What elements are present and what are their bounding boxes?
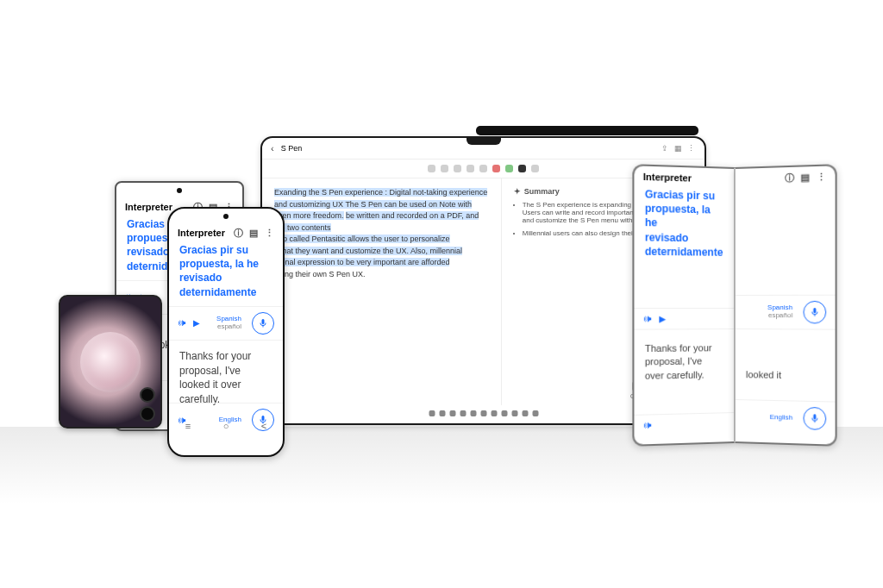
source-language-sub: español [767,312,792,320]
stylus-s-pen [476,126,698,135]
fmt-icon[interactable] [439,410,445,416]
tool-eraser-icon[interactable] [454,165,461,172]
layout-icon[interactable]: ▤ [248,228,259,238]
color-black-icon[interactable] [518,165,526,172]
app-title: Interpreter [178,228,225,238]
tool-select-icon[interactable] [467,165,474,172]
fmt-icon[interactable] [470,410,476,416]
camera-dot [223,214,229,219]
device-fold: Interpreter Gracias pir su propuesta, la… [634,167,836,443]
camera-lens-icon [140,406,155,422]
speaker-icon[interactable]: 🕪 [178,416,186,425]
more-icon[interactable]: ⋮ [816,172,826,183]
target-language[interactable]: English [219,416,241,424]
app-title: Interpreter [643,172,692,184]
speaker-icon[interactable]: 🕪 [643,314,652,323]
source-language-sub: español [216,323,241,331]
fmt-icon[interactable] [480,410,486,416]
play-icon[interactable]: ▶ [193,318,200,328]
more-icon[interactable]: ⋮ [264,228,274,238]
note-editor[interactable]: Exanding the S Pen experience : Digital … [262,178,501,405]
play-icon[interactable]: ▶ [659,314,666,323]
color-red-icon[interactable] [492,165,500,172]
source-text: Gracias pir su propuesta, la he revisado… [169,240,283,306]
note-line: s that they want and customize the UX. A… [274,247,462,255]
target-text-right: looked it [736,360,836,392]
fmt-icon[interactable] [532,410,538,416]
color-green-icon[interactable] [505,165,513,172]
fmt-icon[interactable] [491,410,497,416]
mic-button[interactable] [252,409,274,431]
fmt-icon[interactable] [511,410,517,416]
mic-button[interactable] [252,312,274,335]
more-icon[interactable]: ⋮ [687,144,696,153]
camera-lens-icon [140,387,155,403]
fmt-icon[interactable] [429,410,435,416]
flip-cameras [140,387,155,422]
tool-pen-icon[interactable] [428,165,435,172]
tablet-notch [467,136,501,145]
info-icon[interactable]: ⓘ [784,172,794,184]
device-phone-front: Interpreter ⓘ ▤ ⋮ Gracias pir su propues… [167,207,285,457]
speaker-icon[interactable]: 🕪 [178,318,186,328]
mic-button[interactable] [803,301,826,324]
target-text: Thanks for your proposal, I'veover caref… [634,333,734,391]
info-icon[interactable]: ⓘ [233,228,243,238]
sparkle-icon: ✦ [514,187,521,196]
back-icon[interactable]: ‹ [271,143,274,153]
tool-more-icon[interactable] [531,165,539,172]
device-flip [59,295,162,428]
mic-button[interactable] [803,407,826,430]
tablet-format-bar [429,410,538,416]
fmt-icon[interactable] [501,410,507,416]
note-line: app called Pentasitic allows the user to… [274,235,450,243]
tablet-title-actions: ⇪ ▦ ⋮ [661,144,696,153]
note-line: gning their own S Pen UX. [274,270,366,278]
note-line: rsonal expression to be very important a… [274,258,449,266]
fmt-icon[interactable] [449,410,455,416]
tablet-title: S Pen [281,144,303,153]
share-icon[interactable]: ⇪ [661,144,670,153]
speaker-icon[interactable]: 🕪 [643,421,652,431]
grid-icon[interactable]: ▦ [674,144,683,153]
app-title: Interpreter [125,202,172,212]
source-text: Gracias pir su propuesta, la herevisado … [634,184,734,266]
tool-text-icon[interactable] [479,165,487,172]
camera-dot [177,188,182,193]
layout-icon[interactable]: ▤ [799,172,810,183]
fmt-icon[interactable] [522,410,528,416]
summary-title: Summary [524,187,560,196]
tool-marker-icon[interactable] [441,165,448,172]
fmt-icon[interactable] [460,410,466,416]
target-language[interactable]: English [770,414,793,422]
